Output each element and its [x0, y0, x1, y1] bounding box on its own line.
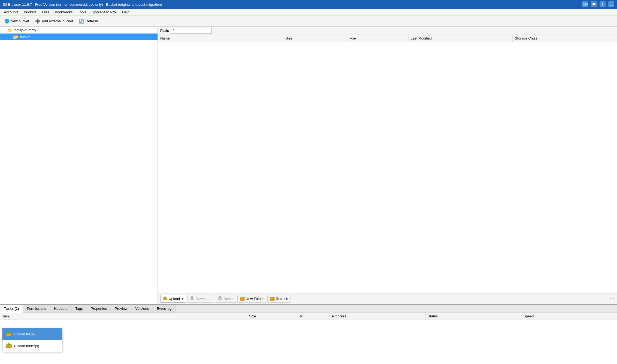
path-bar: Path: — [158, 27, 617, 35]
delete-button[interactable]: Delete — [215, 295, 236, 303]
menu-bookmarks[interactable]: Bookmarks — [52, 9, 75, 15]
tab-tags[interactable]: Tags — [71, 305, 87, 313]
bucket-icon: 📂 — [13, 34, 19, 40]
tab-properties[interactable]: Properties — [87, 305, 111, 313]
path-input[interactable] — [171, 28, 212, 34]
main-content: 📁 ontap-dummy 📂 bucket Path: Name Size — [0, 27, 617, 304]
svg-rect-7 — [163, 298, 165, 298]
tabs-bar: Tasks (1) Permissions Headers Tags Prope… — [0, 305, 617, 313]
info-icon[interactable]: ℹ — [600, 1, 606, 7]
file-table-toolbar: Upload ▼ Download — [158, 293, 617, 304]
tasks-content: Task Size % Progress Status Speed — [0, 313, 617, 364]
new-bucket-icon: 🪣 — [4, 19, 10, 24]
new-folder-button[interactable]: + New Folder — [237, 295, 266, 303]
new-bucket-button[interactable]: 🪣 New bucket — [2, 17, 32, 25]
tab-headers[interactable]: Headers — [50, 305, 71, 313]
tasks-col-speed: Speed — [521, 313, 617, 320]
tree-item-bucket[interactable]: 📂 bucket — [0, 34, 158, 40]
file-refresh-button[interactable]: Refresh — [267, 295, 291, 303]
upload-icon — [163, 296, 168, 302]
tasks-col-task: Task — [0, 313, 247, 320]
tree-label-ontap-dummy: ontap-dummy — [14, 28, 36, 32]
menu-upgrade[interactable]: Upgrade to Pro! — [89, 9, 120, 15]
tab-permissions[interactable]: Permissions — [23, 305, 50, 313]
new-bucket-label: New bucket — [11, 19, 29, 23]
menu-files[interactable]: Files — [39, 9, 52, 15]
main-toolbar: 🪣 New bucket ➕ Add external bucket 🔄 Ref… — [0, 16, 617, 27]
add-external-icon: ➕ — [35, 19, 41, 24]
tasks-col-percent: % — [298, 313, 330, 320]
left-panel: 📁 ontap-dummy 📂 bucket — [0, 27, 158, 304]
tasks-col-size: Size — [247, 313, 298, 320]
right-panel: Path: Name Size Type Last Modified Stora… — [158, 27, 617, 304]
upload-button[interactable]: Upload ▼ — [160, 295, 186, 303]
download-label: Download — [196, 297, 211, 301]
file-table: Name Size Type Last Modified Storage Cla… — [158, 35, 617, 293]
table-header-row: Name Size Type Last Modified Storage Cla… — [158, 35, 617, 42]
folder-icon-root: 📁 — [8, 28, 13, 33]
col-name[interactable]: Name — [158, 35, 283, 42]
chat-icon[interactable]: 💬 — [591, 1, 597, 7]
tab-versions[interactable]: Versions — [131, 305, 153, 313]
menu-buckets[interactable]: Buckets — [21, 9, 39, 15]
download-icon — [190, 296, 195, 302]
add-external-label: Add external bucket — [42, 19, 73, 23]
download-button[interactable]: Download — [187, 295, 214, 303]
menu-help[interactable]: Help — [119, 9, 132, 15]
tab-preview[interactable]: Preview — [111, 305, 131, 313]
list-icon[interactable]: ☰ — [608, 1, 614, 7]
title-bar-icons: ⌨ 💬 ℹ ☰ — [582, 1, 614, 7]
col-last-modified[interactable]: Last Modified — [408, 35, 513, 42]
svg-text:+: + — [244, 296, 245, 299]
delete-icon — [217, 296, 222, 302]
tab-tasks[interactable]: Tasks (1) — [0, 305, 23, 313]
col-type[interactable]: Type — [346, 35, 409, 42]
tasks-header-row: Task Size % Progress Status Speed — [0, 313, 617, 320]
col-storage-class[interactable]: Storage Class — [513, 35, 617, 42]
new-folder-icon: + — [240, 296, 245, 302]
menu-accounts[interactable]: Accounts — [1, 9, 21, 15]
upload-label: Upload — [169, 297, 180, 301]
upload-dropdown-arrow: ▼ — [181, 297, 184, 300]
col-size[interactable]: Size — [283, 35, 346, 42]
menu-tools[interactable]: Tools — [75, 9, 89, 15]
menu-bar: Accounts Buckets Files Bookmarks Tools U… — [0, 9, 617, 16]
title-bar: S3 Browser 11.6.7 - Free Version (for no… — [0, 0, 617, 9]
keyboard-icon[interactable]: ⌨ — [582, 1, 588, 7]
file-refresh-icon — [270, 296, 275, 302]
refresh-button[interactable]: 🔄 Refresh — [77, 17, 101, 25]
app-title: S3 Browser 11.6.7 - Free Version (for no… — [3, 2, 162, 7]
new-folder-label: New Folder — [246, 297, 264, 301]
svg-rect-18 — [270, 297, 272, 298]
refresh-icon: 🔄 — [79, 19, 84, 24]
add-external-button[interactable]: ➕ Add external bucket — [33, 17, 75, 25]
drag-handle: • • • — [610, 297, 614, 300]
tree-label-bucket: bucket — [20, 35, 30, 39]
file-refresh-label: Refresh — [276, 297, 288, 301]
tasks-col-status: Status — [425, 313, 521, 320]
path-label: Path: — [160, 29, 169, 33]
svg-rect-13 — [219, 296, 221, 297]
svg-rect-15 — [240, 297, 242, 298]
bottom-panel: Tasks (1) Permissions Headers Tags Prope… — [0, 304, 617, 364]
tab-event-log[interactable]: Event log — [153, 305, 176, 313]
svg-rect-11 — [218, 297, 222, 300]
tasks-col-progress: Progress — [330, 313, 425, 320]
tree-item-ontap-dummy[interactable]: 📁 ontap-dummy — [0, 27, 158, 34]
refresh-label: Refresh — [86, 19, 98, 23]
delete-label: Delete — [223, 297, 234, 301]
